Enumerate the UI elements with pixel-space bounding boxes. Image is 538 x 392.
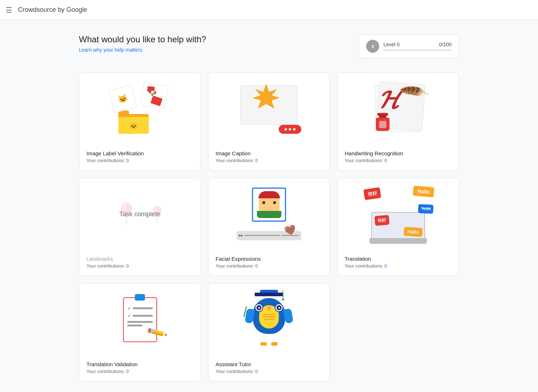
level-icon: 3 (366, 40, 379, 53)
card-image-area: ▶▶ 🤎 (208, 178, 330, 250)
card-body: Image Label Verification Your contributi… (79, 145, 200, 170)
card-image-area: 你好 Hallo 你好 Hallo नमसस (338, 178, 459, 250)
level-info: Level 0 0/100 (383, 42, 452, 51)
contributions-value: 0 (255, 369, 258, 374)
card-facial-expressions[interactable]: ▶▶ 🤎 Facial Expressions Your contributio… (208, 178, 330, 276)
app-title: Crowdsource by Google (18, 6, 87, 14)
card-title: Translation (345, 256, 452, 262)
contributions-value: 0 (126, 263, 129, 269)
card-image-area: ✓ ✓ ✏️ (79, 284, 200, 355)
card-landmarks[interactable]: 📍 📍 Task complete Landmarks Your contrib… (79, 178, 201, 276)
card-body: Facial Expressions Your contributions: 0 (208, 250, 330, 276)
card-image-area (208, 73, 330, 145)
card-title: Landmarks (86, 256, 193, 262)
task-complete-label: Task complete (119, 211, 160, 218)
card-contributions: Your contributions: 0 (86, 263, 193, 269)
topbar: ☰ Crowdsource by Google (0, 0, 538, 20)
card-image-area (208, 284, 330, 355)
card-body: Image Caption Your contributions: 0 (208, 145, 330, 170)
card-title: Image Caption (216, 150, 322, 156)
main-content: What would you like to help with? Learn … (72, 20, 466, 392)
card-contributions: Your contributions: 0 (216, 369, 322, 374)
card-image-caption[interactable]: Image Caption Your contributions: 0 (208, 72, 330, 171)
level-card: 3 Level 0 0/100 (359, 34, 459, 58)
card-contributions: Your contributions: 0 (86, 369, 193, 374)
card-image-area: 𝓗 🪶 (338, 73, 459, 145)
level-progress-text: 0/100 (439, 42, 452, 47)
cards-grid: 🐱 🐱 🐶 Image Label Verification (79, 72, 459, 382)
level-progress-bar (383, 49, 452, 51)
contributions-value: 0 (126, 369, 129, 374)
level-label: Level 0 (383, 42, 400, 47)
menu-icon[interactable]: ☰ (6, 6, 12, 14)
card-translation[interactable]: 你好 Hallo 你好 Hallo नमसस Translation Your … (337, 178, 459, 276)
contributions-value: 0 (384, 263, 387, 269)
level-header: Level 0 0/100 (383, 42, 452, 47)
card-image-area: 🐱 🐱 🐶 (79, 73, 200, 145)
svg-marker-0 (253, 84, 280, 109)
card-title: Image Label Verification (86, 150, 193, 156)
header-row: What would you like to help with? Learn … (79, 34, 459, 58)
card-image-area: 📍 📍 Task complete (79, 178, 200, 250)
contributions-value: 0 (255, 263, 258, 269)
card-contributions: Your contributions: 0 (86, 158, 193, 163)
contributions-value: 0 (255, 158, 258, 163)
contributions-value: 0 (126, 158, 129, 163)
card-title: Translation Validation (86, 361, 193, 367)
card-body: Handwriting Recognition Your contributio… (338, 145, 459, 170)
card-body: Translation Validation Your contribution… (79, 355, 200, 381)
page-heading: What would you like to help with? (79, 34, 206, 44)
card-title: Handwriting Recognition (345, 150, 452, 156)
card-body: Landmarks Your contributions: 0 (79, 250, 200, 276)
card-handwriting-recognition[interactable]: 𝓗 🪶 Handwriting Recognition (337, 72, 459, 171)
card-title: Facial Expressions (216, 256, 322, 262)
card-contributions: Your contributions: 0 (216, 158, 322, 163)
card-body: Assistant Tutor Your contributions: 0 (208, 355, 330, 381)
card-contributions: Your contributions: 0 (216, 263, 322, 269)
contributions-value: 0 (384, 158, 387, 163)
card-contributions: Your contributions: 0 (345, 263, 452, 269)
card-translation-validation[interactable]: ✓ ✓ ✏️ Translation Validatio (79, 283, 201, 382)
card-body: Translation Your contributions: 0 (338, 250, 459, 276)
card-title: Assistant Tutor (216, 361, 322, 367)
header-left: What would you like to help with? Learn … (79, 34, 206, 53)
card-assistant-tutor[interactable]: Assistant Tutor Your contributions: 0 (208, 283, 330, 382)
card-image-label-verification[interactable]: 🐱 🐱 🐶 Image Label Verification (79, 72, 201, 171)
learn-link[interactable]: Learn why your help matters (79, 47, 142, 53)
card-contributions: Your contributions: 0 (345, 158, 452, 163)
